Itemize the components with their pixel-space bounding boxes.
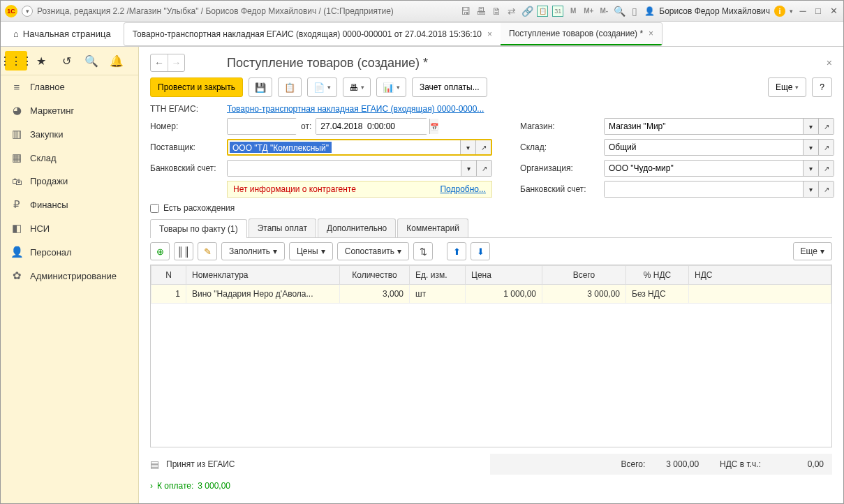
- app-menu-dropdown[interactable]: ▾: [22, 6, 33, 17]
- post-button[interactable]: 📋: [278, 77, 302, 97]
- th-unit[interactable]: Ед. изм.: [410, 266, 466, 285]
- th-n[interactable]: N: [151, 266, 186, 285]
- dropdown-icon[interactable]: ▾: [803, 140, 818, 155]
- info-icon[interactable]: i: [774, 6, 785, 17]
- th-vatpct[interactable]: % НДС: [626, 266, 689, 285]
- dropdown-icon[interactable]: ▾: [803, 181, 818, 197]
- dropdown-icon[interactable]: ▾: [461, 161, 476, 176]
- dropdown-icon[interactable]: ▾: [803, 119, 818, 134]
- th-nom[interactable]: Номенклатура: [186, 266, 340, 285]
- apps-grid-icon[interactable]: ⋮⋮⋮: [5, 51, 27, 71]
- favorites-icon[interactable]: ★: [30, 51, 52, 71]
- close-tab-icon[interactable]: ×: [649, 29, 653, 38]
- sidebar-item-personnel[interactable]: 👤Персонал: [1, 240, 138, 264]
- open-icon[interactable]: ↗: [476, 161, 491, 176]
- fill-button[interactable]: Заполнить▾: [221, 242, 285, 260]
- doc-tab-1[interactable]: Товарно-транспортная накладная ЕГАИС (вх…: [124, 24, 501, 45]
- sidebar-item-warehouse[interactable]: ▦Склад: [1, 146, 138, 170]
- nsi-icon: ◧: [10, 222, 23, 235]
- pay-row[interactable]: › К оплате: 3 000,00: [150, 475, 832, 496]
- sidebar-item-nsi[interactable]: ◧НСИ: [1, 216, 138, 240]
- warehouse-input[interactable]: [605, 140, 803, 155]
- offset-button[interactable]: Зачет оплаты...: [412, 77, 487, 97]
- open-icon[interactable]: ↗: [818, 181, 834, 197]
- move-button[interactable]: ⇅: [413, 242, 433, 260]
- links-icon[interactable]: 🔗: [521, 6, 533, 17]
- history-icon[interactable]: ↺: [55, 51, 77, 71]
- home-tab[interactable]: ⌂ Начальная страница: [6, 29, 118, 39]
- sidebar-item-main[interactable]: ≡Главное: [1, 75, 138, 98]
- maximize-button[interactable]: □: [813, 6, 824, 17]
- open-icon[interactable]: ↗: [818, 140, 834, 155]
- details-link[interactable]: Подробно...: [440, 184, 486, 194]
- tab-payments[interactable]: Этапы оплат: [249, 218, 316, 237]
- dropdown-icon[interactable]: ▾: [803, 161, 818, 176]
- bank-input[interactable]: [228, 161, 461, 176]
- calendar-picker-icon[interactable]: 📅: [429, 119, 438, 134]
- goods-table[interactable]: N Номенклатура Количество Ед. изм. Цена …: [151, 265, 831, 304]
- dropdown-icon[interactable]: ▾: [460, 140, 475, 154]
- prices-button[interactable]: Цены▾: [289, 242, 333, 260]
- row-up-button[interactable]: ⬆: [447, 242, 466, 260]
- th-price[interactable]: Цена: [466, 266, 542, 285]
- save-button[interactable]: 💾: [249, 77, 272, 97]
- ttn-link[interactable]: Товарно-транспортная накладная ЕГАИС (вх…: [227, 104, 484, 114]
- tab-goods[interactable]: Товары по факту (1): [150, 219, 247, 238]
- table-row[interactable]: 1 Вино "Надария Неро д'Авола... 3,000 шт…: [151, 285, 831, 304]
- mminus-button[interactable]: M-: [598, 6, 609, 17]
- close-window-button[interactable]: ✕: [828, 6, 839, 17]
- th-qty[interactable]: Количество: [340, 266, 410, 285]
- reports-button[interactable]: 📊▾: [376, 77, 406, 97]
- calendar-icon[interactable]: 📋: [537, 6, 548, 17]
- org-input[interactable]: [605, 161, 803, 176]
- edit-row-button[interactable]: ✎: [198, 242, 217, 260]
- close-tab-icon[interactable]: ×: [487, 29, 492, 39]
- store-label: Магазин:: [520, 121, 604, 131]
- panel-icon[interactable]: ▯: [629, 6, 640, 17]
- tab-additional[interactable]: Дополнительно: [318, 218, 396, 237]
- date-input[interactable]: [316, 119, 429, 134]
- nav-forward-button[interactable]: →: [168, 54, 184, 71]
- print-button[interactable]: 🖶▾: [343, 77, 371, 97]
- notifications-icon[interactable]: 🔔: [105, 51, 128, 71]
- bank2-input[interactable]: [605, 181, 803, 197]
- mplus-button[interactable]: M+: [583, 6, 594, 17]
- table-more-button[interactable]: Еще▾: [793, 242, 832, 260]
- open-icon[interactable]: ↗: [475, 140, 491, 154]
- th-vat[interactable]: НДС: [689, 266, 831, 285]
- nav-back-button[interactable]: ←: [151, 54, 168, 71]
- more-button[interactable]: Еще▾: [768, 77, 806, 97]
- page-close-button[interactable]: ×: [827, 57, 832, 68]
- th-total[interactable]: Всего: [542, 266, 626, 285]
- print-icon[interactable]: 🖶: [475, 6, 487, 17]
- row-down-button[interactable]: ⬇: [471, 242, 490, 260]
- preview-icon[interactable]: 🗎: [491, 6, 502, 17]
- sidebar-item-purchases[interactable]: ▥Закупки: [1, 122, 138, 146]
- zoom-icon[interactable]: 🔍: [614, 6, 625, 17]
- bank2-label: Банковский счет:: [520, 184, 604, 194]
- calendar-31-icon[interactable]: 31: [552, 6, 563, 17]
- search-icon[interactable]: 🔍: [80, 51, 103, 71]
- add-row-button[interactable]: ⊕: [150, 242, 170, 260]
- base-on-button[interactable]: 📄▾: [307, 77, 337, 97]
- post-and-close-button[interactable]: Провести и закрыть: [150, 77, 243, 97]
- discrepancy-checkbox[interactable]: [150, 204, 159, 213]
- sidebar-item-finance[interactable]: ₽Финансы: [1, 193, 138, 216]
- barcode-button[interactable]: ║║: [174, 242, 193, 260]
- help-button[interactable]: ?: [812, 77, 832, 97]
- supplier-input[interactable]: [333, 140, 460, 154]
- open-icon[interactable]: ↗: [818, 119, 834, 134]
- compare-button[interactable]: Сопоставить▾: [337, 242, 409, 260]
- open-icon[interactable]: ↗: [818, 161, 834, 176]
- compare-icon[interactable]: ⇄: [506, 6, 517, 17]
- sidebar-item-sales[interactable]: 🛍Продажи: [1, 170, 138, 193]
- doc-tab-2[interactable]: Поступление товаров (создание) * ×: [501, 23, 662, 45]
- m-button[interactable]: M: [568, 6, 579, 17]
- minimize-button[interactable]: ─: [797, 6, 808, 17]
- store-input[interactable]: [605, 119, 803, 134]
- vat-value: 0,00: [782, 459, 824, 469]
- tab-comment[interactable]: Комментарий: [397, 218, 468, 237]
- save-icon[interactable]: 🖫: [460, 6, 471, 17]
- sidebar-item-admin[interactable]: ✿Администрирование: [1, 264, 138, 288]
- sidebar-item-marketing[interactable]: ◕Маркетинг: [1, 98, 138, 122]
